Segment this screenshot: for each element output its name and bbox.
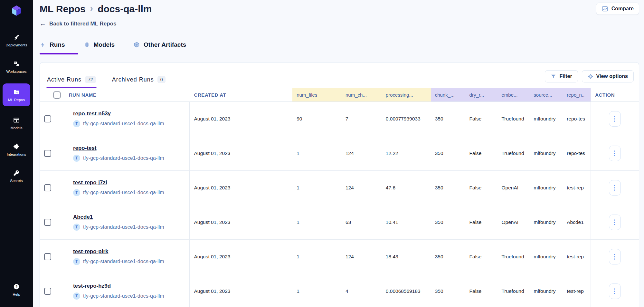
repo-name-cell: test-rep: [563, 274, 591, 307]
row-actions-menu-button[interactable]: [609, 146, 621, 161]
run-name-cell: test-repo-pirk T tfy-gcp-standard-usce1-…: [69, 240, 190, 274]
arrow-left-icon: ←: [40, 20, 46, 27]
run-name-link[interactable]: repo-test: [73, 145, 97, 151]
compare-button[interactable]: Compare: [596, 3, 639, 15]
dot: [614, 254, 616, 255]
sidebar-item-models[interactable]: Models: [3, 113, 30, 133]
cluster-badge-icon: T: [73, 155, 80, 162]
tab-archived-runs[interactable]: Archived Runs 0: [111, 73, 166, 88]
row-checkbox[interactable]: [44, 219, 51, 226]
created-at-cell: August 01, 2023: [189, 171, 292, 205]
num-chunks-cell: 124: [341, 240, 382, 274]
processing-cell: 0.00068569183: [382, 274, 431, 307]
repo-name-cell: test-rep: [563, 240, 591, 274]
gear-icon: [588, 74, 593, 79]
ml-repos-folder-icon: [13, 89, 20, 96]
sidebar-divider: [9, 22, 24, 22]
sidebar-item-help[interactable]: ? Help: [3, 280, 30, 299]
active-runs-count-badge: 72: [85, 76, 96, 83]
row-actions-menu-button[interactable]: [609, 249, 621, 264]
dot: [614, 288, 616, 290]
action-cell: [591, 102, 639, 136]
source-cell: mlfoundry: [529, 205, 563, 239]
breadcrumb-parent[interactable]: ML Repos: [40, 4, 86, 14]
dot: [614, 155, 616, 156]
back-to-ml-repos-link[interactable]: Back to filtered ML Repos: [49, 21, 116, 27]
row-checkbox[interactable]: [44, 184, 51, 191]
dot: [614, 222, 616, 223]
dot: [614, 116, 616, 117]
row-actions-menu-button[interactable]: [609, 283, 621, 299]
sidebar-item-workspaces[interactable]: Workspaces: [3, 57, 30, 76]
created-at-cell: August 01, 2023: [189, 274, 292, 307]
row-actions-menu-button[interactable]: [609, 180, 621, 196]
tab-models[interactable]: Models: [84, 41, 115, 48]
filter-button[interactable]: Filter: [545, 70, 578, 82]
run-name-link[interactable]: test-repo-pirk: [73, 248, 109, 255]
created-at-cell: August 01, 2023: [189, 136, 292, 170]
cluster-badge-icon: T: [73, 258, 80, 265]
num-files-cell: 90: [292, 102, 341, 136]
view-options-button[interactable]: View options: [582, 70, 634, 82]
cluster-name: tfy-gcp-standard-usce1-docs-qa-llm: [83, 121, 164, 127]
num-chunks-cell: 7: [341, 102, 382, 136]
column-header-num-files: num_files: [292, 88, 341, 101]
cluster-name: tfy-gcp-standard-usce1-docs-qa-llm: [83, 224, 164, 230]
table-row: repo-test-n53y T tfy-gcp-standard-usce1-…: [40, 102, 639, 136]
row-checkbox-cell: [40, 274, 69, 307]
run-name-link[interactable]: test-repo-hz9d: [73, 283, 111, 289]
run-name-cell: Abcde1 T tfy-gcp-standard-usce1-docs-qa-…: [69, 205, 190, 239]
sidebar-item-secrets[interactable]: Secrets: [3, 166, 30, 186]
row-checkbox[interactable]: [44, 288, 51, 295]
sidebar-item-ml-repos[interactable]: ML Repos: [3, 83, 30, 106]
created-at-cell: August 01, 2023: [189, 205, 292, 239]
row-checkbox-cell: [40, 240, 69, 274]
dot: [614, 293, 616, 294]
cluster-name: tfy-gcp-standard-usce1-docs-qa-llm: [83, 155, 164, 161]
select-all-checkbox[interactable]: [53, 91, 61, 99]
tabs-border: [40, 54, 639, 54]
cluster-badge-icon: T: [73, 189, 80, 196]
sidebar-item-integrations[interactable]: Integrations: [3, 140, 30, 159]
dry-run-cell: False: [465, 274, 497, 307]
row-actions-menu-button[interactable]: [609, 111, 621, 127]
sidebar: Deployments Workspaces ML Repos: [0, 0, 33, 307]
row-checkbox[interactable]: [44, 115, 51, 122]
cluster-name: tfy-gcp-standard-usce1-docs-qa-llm: [83, 259, 164, 264]
cluster-row: T tfy-gcp-standard-usce1-docs-qa-llm: [73, 293, 164, 300]
column-header-repo-name: repo_n..: [563, 88, 591, 101]
sidebar-item-deployments[interactable]: Deployments: [3, 31, 30, 50]
source-cell: mlfoundry: [529, 136, 563, 170]
sidebar-nav: Deployments Workspaces ML Repos: [3, 31, 30, 193]
run-name-link[interactable]: test-repo-j7zi: [73, 179, 107, 186]
row-checkbox[interactable]: [44, 150, 51, 157]
cluster-badge-icon: T: [73, 224, 80, 231]
chunk-size-cell: 350: [431, 102, 465, 136]
row-checkbox[interactable]: [44, 253, 51, 260]
table-row: repo-test T tfy-gcp-standard-usce1-docs-…: [40, 136, 639, 171]
dot: [614, 224, 616, 225]
sidebar-item-label: ML Repos: [8, 98, 25, 102]
sidebar-item-label: Deployments: [5, 43, 27, 47]
cluster-row: T tfy-gcp-standard-usce1-docs-qa-llm: [73, 189, 164, 196]
runs-panel: Active Runs 72 Archived Runs 0 Filter: [40, 62, 639, 307]
run-name-link[interactable]: repo-test-n53y: [73, 110, 111, 117]
row-checkbox-cell: [40, 205, 69, 239]
lightning-icon: [40, 42, 46, 48]
run-name-link[interactable]: Abcde1: [73, 214, 93, 220]
tab-label: Models: [94, 41, 115, 48]
table-row: Abcde1 T tfy-gcp-standard-usce1-docs-qa-…: [40, 205, 639, 240]
num-files-cell: 1: [292, 274, 341, 307]
run-name-cell: test-repo-hz9d T tfy-gcp-standard-usce1-…: [69, 274, 190, 307]
dot: [614, 118, 616, 120]
table-row: test-repo-j7zi T tfy-gcp-standard-usce1-…: [40, 171, 639, 205]
row-actions-menu-button[interactable]: [609, 215, 621, 230]
sidebar-item-label: Workspaces: [6, 70, 26, 73]
chevron-right-icon: ›: [90, 3, 93, 15]
app-logo[interactable]: [9, 3, 24, 18]
tab-runs[interactable]: Runs: [40, 41, 65, 48]
num-chunks-cell: 4: [341, 274, 382, 307]
tab-other-artifacts[interactable]: Other Artifacts: [133, 41, 186, 48]
action-cell: [591, 240, 639, 274]
tab-active-runs[interactable]: Active Runs 72: [46, 73, 97, 88]
